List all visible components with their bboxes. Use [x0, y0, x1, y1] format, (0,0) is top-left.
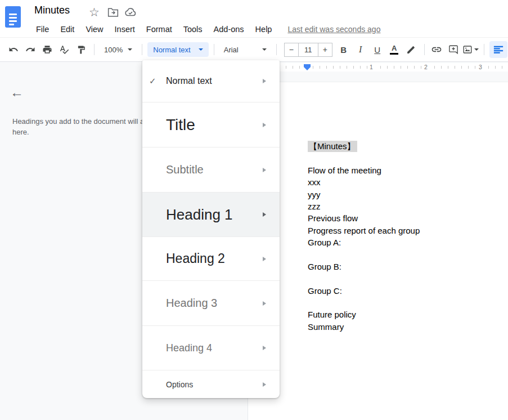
font-size-input[interactable]: 11 — [298, 43, 318, 57]
link-icon — [431, 44, 442, 55]
chevron-down-icon — [128, 48, 132, 51]
cloud-saved-icon[interactable] — [124, 7, 137, 17]
ruler-mark: 3 — [477, 64, 484, 70]
redo-button[interactable] — [23, 42, 38, 57]
toolbar-divider — [214, 44, 214, 55]
paragraph-style-select[interactable]: Normal text — [147, 42, 208, 57]
comment-icon — [448, 44, 458, 55]
ruler-ticks — [252, 66, 508, 69]
submenu-arrow-icon — [263, 212, 266, 217]
highlighter-icon — [406, 45, 416, 55]
underline-button[interactable]: U — [370, 42, 385, 57]
doc-line[interactable]: Group B: — [308, 261, 420, 272]
move-folder-icon[interactable] — [107, 7, 119, 17]
insert-link-button[interactable] — [429, 42, 444, 57]
logo-line — [9, 14, 17, 15]
menu-help[interactable]: Help — [250, 23, 278, 35]
doc-line[interactable]: Summary — [308, 321, 420, 333]
image-icon — [462, 44, 473, 55]
document-text: 【Minutes】 Flow of the meeting xxx yyy zz… — [308, 140, 420, 333]
doc-line[interactable]: 【Minutes】 — [308, 140, 420, 152]
text-color-icon: A — [390, 44, 398, 55]
check-icon: ✓ — [149, 76, 156, 86]
doc-line[interactable]: yyy — [308, 189, 420, 200]
undo-icon — [8, 44, 19, 55]
font-select[interactable]: Arial — [218, 46, 272, 54]
align-button[interactable] — [489, 41, 507, 58]
bold-button[interactable]: B — [336, 42, 352, 57]
doc-line[interactable]: Previous flow — [308, 212, 420, 224]
style-menu-item-heading-2[interactable]: Heading 2 — [142, 237, 280, 281]
increase-font-size-button[interactable]: + — [318, 43, 332, 57]
doc-line[interactable]: Progress report of each group — [308, 225, 420, 236]
star-icon[interactable]: ☆ — [89, 6, 100, 19]
doc-line[interactable]: Group C: — [308, 285, 420, 297]
font-value: Arial — [224, 46, 239, 54]
google-docs-app: Minutes ☆ File Edit View Insert Format T… — [0, 0, 508, 420]
doc-line[interactable] — [308, 297, 420, 309]
print-icon — [42, 44, 52, 55]
spellcheck-button[interactable] — [56, 42, 72, 57]
menu-addons[interactable]: Add-ons — [208, 23, 250, 35]
chevron-down-icon — [199, 48, 203, 51]
zoom-select[interactable]: 100% — [98, 46, 138, 54]
undo-button[interactable] — [6, 42, 21, 57]
submenu-arrow-icon — [263, 168, 266, 172]
last-edit-link[interactable]: Last edit was seconds ago — [287, 25, 380, 34]
style-menu-item-title[interactable]: Title — [142, 102, 280, 148]
align-left-icon — [493, 45, 503, 54]
menu-view[interactable]: View — [80, 23, 109, 35]
menu-tools[interactable]: Tools — [178, 23, 208, 35]
submenu-arrow-icon — [263, 257, 266, 261]
print-button[interactable] — [39, 42, 55, 57]
doc-line[interactable] — [308, 272, 420, 284]
submenu-arrow-icon — [263, 301, 266, 306]
indent-marker[interactable] — [304, 64, 311, 70]
italic-button[interactable]: I — [353, 42, 368, 57]
doc-line[interactable]: xxx — [308, 176, 420, 188]
doc-line[interactable]: Flow of the meeting — [308, 164, 420, 176]
close-outline-arrow[interactable]: ← — [10, 86, 24, 99]
add-comment-button[interactable] — [446, 42, 461, 57]
submenu-arrow-icon — [263, 382, 266, 387]
paragraph-style-menu: ✓ Normal text Title Subtitle Heading 1 H… — [142, 60, 280, 398]
document-title[interactable]: Minutes — [34, 5, 70, 16]
style-menu-item-heading-3[interactable]: Heading 3 — [142, 281, 280, 326]
style-menu-item-subtitle[interactable]: Subtitle — [142, 148, 280, 193]
doc-line[interactable] — [308, 249, 420, 261]
insert-image-button[interactable] — [462, 44, 479, 55]
logo-line — [9, 24, 14, 25]
menu-format[interactable]: Format — [141, 23, 178, 35]
text-color-button[interactable]: A — [386, 42, 402, 57]
toolbar-divider — [424, 44, 425, 55]
style-menu-item-heading-4[interactable]: Heading 4 — [142, 326, 280, 370]
ruler-mark: 2 — [422, 64, 429, 70]
toolbar-divider — [142, 44, 142, 55]
docs-logo-icon[interactable] — [5, 6, 21, 28]
decrease-font-size-button[interactable]: − — [284, 43, 299, 57]
style-menu-item-normal-text[interactable]: ✓ Normal text — [142, 60, 280, 102]
logo-line — [9, 20, 17, 22]
menu-file[interactable]: File — [30, 23, 55, 35]
ruler-mark: 1 — [368, 64, 375, 70]
toolbar-divider — [484, 44, 484, 55]
doc-line[interactable]: zzz — [308, 200, 420, 212]
doc-line[interactable]: Future policy — [308, 309, 420, 320]
highlighted-text[interactable]: 【Minutes】 — [308, 141, 357, 152]
submenu-arrow-icon — [263, 346, 266, 350]
toolbar-divider — [94, 44, 95, 55]
doc-line[interactable]: Group A: — [308, 236, 420, 248]
submenu-arrow-icon — [263, 79, 266, 83]
font-size-control: − 11 + — [284, 43, 332, 57]
style-menu-item-heading-1[interactable]: Heading 1 — [142, 193, 280, 237]
paint-format-button[interactable] — [73, 42, 89, 57]
redo-icon — [25, 44, 35, 55]
header: Minutes ☆ File Edit View Insert Format T… — [0, 0, 508, 37]
menu-insert[interactable]: Insert — [109, 23, 141, 35]
paragraph-style-value: Normal text — [153, 46, 190, 54]
doc-line[interactable] — [308, 152, 420, 164]
menu-edit[interactable]: Edit — [55, 23, 80, 35]
style-menu-item-options[interactable]: Options — [142, 370, 280, 398]
ruler[interactable]: 1 2 3 — [248, 63, 508, 72]
highlight-color-button[interactable] — [403, 42, 419, 57]
